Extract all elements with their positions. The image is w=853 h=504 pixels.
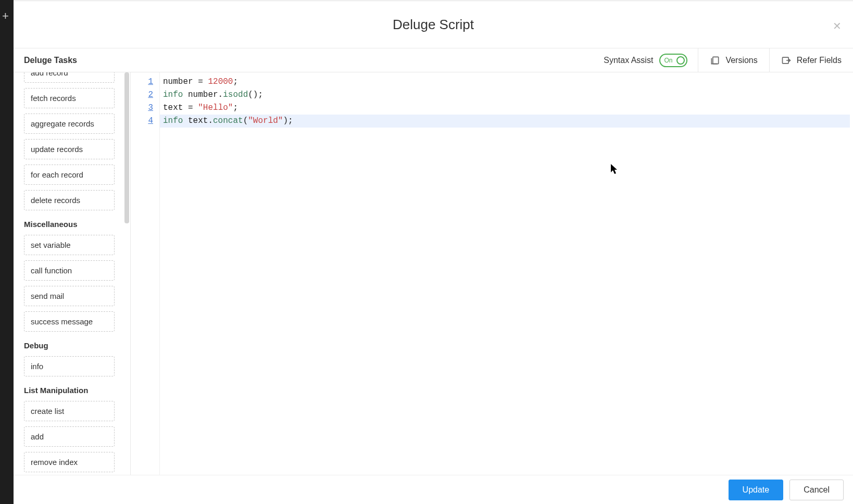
line-number[interactable]: 4 (131, 115, 159, 128)
versions-icon (710, 55, 720, 66)
versions-button[interactable]: Versions (698, 48, 769, 72)
close-icon: ✕ (833, 20, 842, 32)
task-item[interactable]: fetch records (24, 88, 115, 108)
page-title: Deluge Script (393, 17, 474, 33)
sidebar-category-label: Debug (24, 337, 115, 356)
code-line[interactable]: text = "Hello"; (163, 102, 853, 115)
syntax-assist-toggle[interactable]: On (659, 54, 687, 67)
line-number[interactable]: 3 (131, 102, 159, 115)
refer-fields-icon (781, 55, 792, 66)
task-item[interactable]: add (24, 426, 115, 447)
toggle-knob (676, 56, 685, 65)
task-item[interactable]: add record (24, 72, 115, 83)
syntax-assist-group: Syntax Assist On (593, 48, 698, 72)
task-item[interactable]: call function (24, 260, 115, 281)
sidebar-category-label: List Manipulation (24, 382, 115, 401)
toolbar: Deluge Tasks Syntax Assist On Versions R… (14, 48, 853, 72)
deluge-script-modal: Deluge Script ✕ Deluge Tasks Syntax Assi… (14, 1, 853, 504)
code-line[interactable]: info number.isodd(); (163, 89, 853, 102)
task-item[interactable]: remove index (24, 452, 115, 472)
modal-footer: Update Cancel (14, 475, 853, 504)
code-area[interactable]: number = 12000;info number.isodd();text … (160, 72, 853, 504)
task-item[interactable]: send mail (24, 286, 115, 306)
sidebar-category-label: Miscellaneous (24, 216, 115, 235)
code-editor[interactable]: 1234 number = 12000;info number.isodd();… (131, 72, 853, 504)
task-item[interactable]: aggregate records (24, 114, 115, 134)
modal-body: add recordfetch recordsaggregate records… (14, 72, 853, 504)
update-button[interactable]: Update (729, 480, 784, 500)
svg-rect-0 (713, 57, 719, 64)
task-item[interactable]: info (24, 356, 115, 376)
task-item[interactable]: set variable (24, 235, 115, 255)
close-button[interactable]: ✕ (833, 20, 842, 32)
task-item[interactable]: create list (24, 401, 115, 421)
cancel-button[interactable]: Cancel (789, 480, 844, 500)
code-line[interactable]: number = 12000; (163, 75, 853, 89)
task-item[interactable]: update records (24, 139, 115, 159)
line-number[interactable]: 2 (131, 89, 159, 102)
sidebar: add recordfetch recordsaggregate records… (14, 72, 131, 504)
line-gutter: 1234 (131, 72, 160, 504)
sidebar-scrollbar[interactable] (124, 72, 129, 223)
refer-fields-button[interactable]: Refer Fields (769, 48, 853, 72)
task-item[interactable]: delete records (24, 190, 115, 210)
task-item[interactable]: for each record (24, 165, 115, 185)
app-left-strip: + (0, 0, 14, 504)
sidebar-title: Deluge Tasks (14, 56, 118, 65)
toggle-state-label: On (662, 57, 672, 64)
task-item[interactable]: success message (24, 311, 115, 332)
modal-header: Deluge Script ✕ (14, 1, 853, 48)
syntax-assist-label: Syntax Assist (604, 56, 653, 65)
plus-icon[interactable]: + (2, 9, 9, 23)
line-number[interactable]: 1 (131, 75, 159, 89)
